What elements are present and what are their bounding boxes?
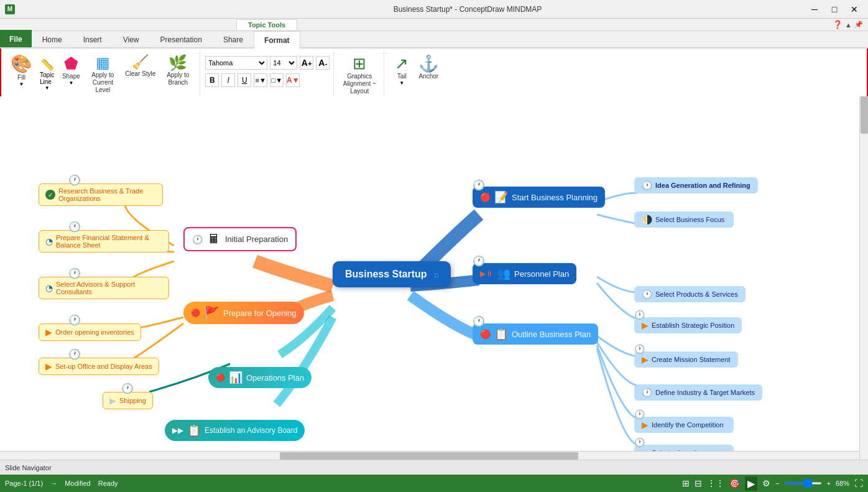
central-node-icon: □ [435, 272, 438, 279]
setup-office-node[interactable]: ▶ Set-up Office and Display Areas [39, 358, 159, 375]
shipping-clock: 🕐 [121, 383, 134, 394]
mission-stmt-node[interactable]: ▶ Create Mission Statement [634, 351, 738, 368]
idea-gen-node[interactable]: 🕐 Idea Generation and Refining [634, 177, 758, 193]
competition-play-icon: ▶ [642, 420, 649, 430]
status-icon-4[interactable]: 🎯 [729, 478, 740, 488]
close-button[interactable]: ✕ [846, 3, 863, 16]
font-family-select[interactable]: Tahoma [205, 56, 267, 70]
central-node[interactable]: Business Startup □ [333, 261, 451, 287]
topic-line-button[interactable]: 📏 TopicLine ▼ [37, 56, 57, 93]
advisors-label: Select Advisors & Support Consultants [56, 281, 162, 295]
help-icon[interactable]: ❓ [833, 20, 843, 29]
tab-file[interactable]: File [0, 30, 32, 47]
start-biz-clock: 🕐 [473, 179, 485, 191]
text-box-button[interactable]: □▼ [270, 73, 284, 87]
define-industry-node[interactable]: 🕐 Define Industry & Target Markets [634, 384, 762, 401]
tab-share[interactable]: Share [213, 31, 254, 47]
canvas[interactable]: Business Startup □ 🕐 🖩 Initial Preparati… [0, 96, 859, 451]
apply-current-level-button[interactable]: ▦ Apply to Current Level [85, 53, 121, 96]
order-inventory-node[interactable]: ▶ Order opening inventories [39, 323, 141, 341]
financial-stmt-node[interactable]: ◔ Prepare Financial Statement & Balance … [39, 230, 169, 253]
prepare-opening-node[interactable]: 🔴 🚩 Prepare for Opening [183, 302, 304, 324]
anchor-button[interactable]: ⚓ Anchor [415, 53, 441, 82]
tab-insert[interactable]: Insert [73, 31, 113, 47]
apply-branch-button[interactable]: 🌿 Apply to Branch [160, 53, 196, 88]
layout-buttons: ⊞ Graphics Alignment ~ Layout ▼ [339, 51, 380, 103]
tail-button[interactable]: ↗ Tail ▼ [389, 53, 414, 88]
outline-biz-plan-node[interactable]: 🔴 📋 Outline Business Plan [473, 323, 598, 345]
shipping-play-icon: ▶ [109, 396, 116, 406]
minimize-button[interactable]: ─ [806, 3, 823, 16]
graphics-alignment-button[interactable]: ⊞ Graphics Alignment ~ Layout ▼ [339, 53, 380, 103]
zoom-slider[interactable] [785, 482, 822, 485]
zoom-level: 68% [836, 480, 849, 487]
select-products-node[interactable]: 🕐 Select Products & Services [634, 286, 746, 302]
tab-presentation[interactable]: Presentation [150, 31, 213, 47]
shape-button[interactable]: ⬟ Shape ▼ [58, 53, 83, 88]
ops-label: Operations Plan [246, 373, 304, 383]
mission-play-icon: ▶ [642, 355, 649, 364]
expand-view-icon[interactable]: ⛶ [854, 478, 863, 488]
financial-pie-icon: ◔ [45, 236, 53, 246]
underline-button[interactable]: U [238, 73, 251, 87]
fill-button[interactable]: 🎨 Fill ▼ [7, 53, 35, 89]
strategic-clock: 🕐 [634, 310, 645, 320]
window-title: Business Startup* - ConceptDraw MINDMAP [129, 5, 806, 14]
play-button[interactable]: ▶ [745, 476, 757, 491]
personnel-plan-node[interactable]: ▶⏸ 👥 Personnel Plan [473, 263, 576, 284]
operations-plan-node[interactable]: 🔴 📊 Operations Plan [208, 367, 312, 388]
font-bottom-row: B I U ≡▼ □▼ A▼ [205, 73, 330, 87]
strategic-play-icon: ▶ [642, 320, 649, 330]
order-clock: 🕐 [68, 314, 81, 326]
shipping-label: Shipping [119, 397, 146, 404]
font-color-button[interactable]: A▼ [286, 73, 300, 87]
tab-view[interactable]: View [113, 31, 150, 47]
align-button[interactable]: ≡▼ [254, 73, 267, 87]
modified-status: Modified [65, 480, 91, 487]
zoom-plus[interactable]: + [827, 480, 831, 487]
v-scrollbar-thumb[interactable] [861, 96, 868, 134]
setup-label: Set-up Office and Display Areas [55, 363, 152, 370]
clear-style-button[interactable]: 🧹 Clear Style [122, 53, 159, 80]
settings-icon[interactable]: ⚙ [762, 478, 770, 488]
status-icon-2[interactable]: ⊟ [695, 478, 702, 488]
h-scrollbar-thumb[interactable] [280, 452, 578, 460]
horizontal-scrollbar[interactable] [0, 451, 859, 460]
bold-button[interactable]: B [205, 73, 219, 87]
select-advisors-node[interactable]: ◔ Select Advisors & Support Consultants [39, 277, 169, 299]
font-grow-button[interactable]: A+ [300, 56, 313, 70]
location-clock: 🕐 [634, 437, 645, 447]
select-biz-focus-node[interactable]: 🌗 Select Business Focus [634, 211, 734, 228]
advisory-label: Establish an Advisory Board [205, 426, 297, 435]
status-right: ⊞ ⊟ ⋮⋮ 🎯 ▶ ⚙ − + 68% ⛶ [682, 476, 863, 491]
status-icon-1[interactable]: ⊞ [682, 478, 690, 488]
status-icon-3[interactable]: ⋮⋮ [707, 478, 724, 488]
tab-format[interactable]: Format [254, 31, 300, 49]
slide-navigator: Slide Navigator [0, 460, 868, 475]
tab-home[interactable]: Home [32, 31, 73, 47]
advisory-board-node[interactable]: ▶▶ 📋 Establish an Advisory Board [165, 420, 305, 441]
idea-gen-label: Idea Generation and Refining [655, 182, 750, 189]
italic-button[interactable]: I [221, 73, 235, 87]
select-location-node[interactable]: ▶ Select a Location [634, 445, 734, 451]
expand-icon[interactable]: ▲ [845, 21, 852, 29]
personnel-clock: 🕐 [473, 255, 485, 267]
advisors-pie-icon: ◔ [45, 283, 53, 293]
research-biz-label: Research Business & Trade Organizations [58, 187, 156, 202]
start-biz-planning-node[interactable]: 🔴 📝 Start Business Planning [473, 187, 605, 208]
focus-clock-icon: 🌗 [642, 215, 652, 225]
strategic-pos-node[interactable]: ▶ Establish Strategic Position [634, 317, 742, 333]
status-left: Page-1 (1/1) → Modified Ready [5, 480, 118, 487]
maximize-button[interactable]: □ [826, 3, 843, 16]
zoom-minus[interactable]: − [775, 480, 779, 487]
identify-competition-node[interactable]: ▶ Identify the Competition [634, 417, 734, 433]
font-top-row: Tahoma 14 A+ A- [205, 53, 330, 71]
vertical-scrollbar[interactable] [859, 96, 868, 460]
pin-icon[interactable]: 📌 [854, 21, 863, 29]
initial-preparation-node[interactable]: 🕐 🖩 Initial Preparation [183, 227, 297, 251]
shipping-node[interactable]: ▶ Shipping [103, 392, 153, 409]
font-size-select[interactable]: 14 [270, 56, 297, 70]
research-biz-node[interactable]: ✓ Research Business & Trade Organization… [39, 183, 163, 206]
font-shrink-button[interactable]: A- [316, 56, 330, 70]
start-biz-label: Start Business Planning [512, 193, 598, 202]
